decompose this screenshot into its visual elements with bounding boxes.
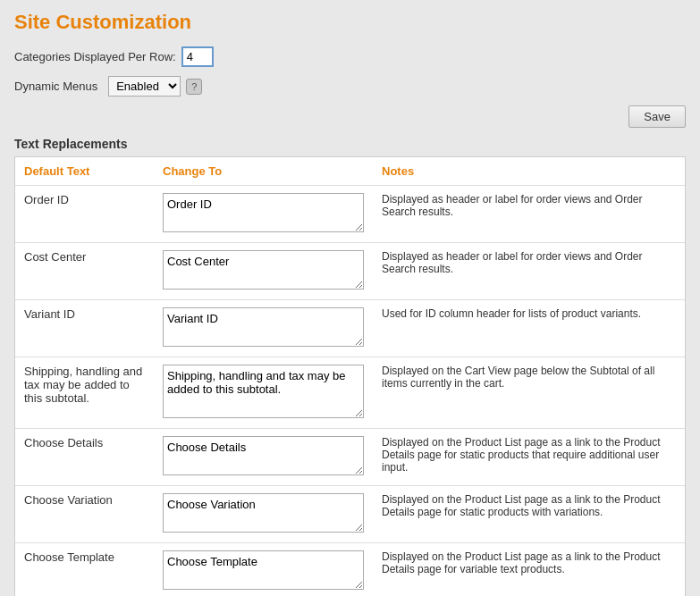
change-to-textarea[interactable]: Choose Details — [163, 436, 364, 475]
table-row: Choose VariationChoose VariationDisplaye… — [15, 486, 685, 543]
change-to-cell: Shipping, handling and tax may be added … — [154, 357, 373, 429]
section-title: Text Replacements — [14, 137, 686, 151]
dynamic-menus-select[interactable]: Enabled Disabled — [108, 76, 181, 97]
change-to-textarea[interactable]: Choose Variation — [163, 493, 364, 533]
categories-row: Categories Displayed Per Row: — [14, 46, 686, 67]
notes-cell: Displayed on the Product List page as a … — [373, 429, 685, 486]
table-row: Shipping, handling and tax may be added … — [15, 357, 685, 429]
page-title: Site Customization — [14, 11, 686, 34]
default-text-cell: Shipping, handling and tax may be added … — [15, 357, 154, 429]
default-text-cell: Variant ID — [15, 300, 154, 357]
table-row: Choose TemplateChoose TemplateDisplayed … — [15, 543, 685, 597]
table-row: Order IDOrder IDDisplayed as header or l… — [15, 186, 685, 243]
notes-cell: Displayed as header or label for order v… — [373, 243, 685, 300]
default-text-cell: Choose Variation — [15, 486, 154, 543]
default-text-cell: Order ID — [15, 186, 154, 243]
col-default-text: Default Text — [15, 157, 154, 186]
default-text-cell: Choose Template — [15, 543, 154, 597]
save-row: Save — [14, 105, 686, 128]
notes-cell: Displayed on the Product List page as a … — [373, 543, 685, 597]
dynamic-menus-label: Dynamic Menus — [14, 80, 97, 93]
change-to-cell: Cost Center — [154, 243, 373, 300]
change-to-cell: Variant ID — [154, 300, 373, 357]
notes-cell: Displayed on the Product List page as a … — [373, 486, 685, 543]
text-replacements-table: Default Text Change To Notes Order IDOrd… — [14, 156, 686, 596]
change-to-cell: Order ID — [154, 186, 373, 243]
change-to-textarea[interactable]: Shipping, handling and tax may be added … — [163, 365, 364, 418]
notes-cell: Displayed as header or label for order v… — [373, 186, 685, 243]
default-text-cell: Choose Details — [15, 429, 154, 486]
change-to-textarea[interactable]: Cost Center — [163, 250, 364, 290]
page-container: Site Customization Categories Displayed … — [0, 0, 700, 596]
notes-cell: Used for ID column header for lists of p… — [373, 300, 685, 357]
help-icon[interactable]: ? — [186, 79, 202, 95]
change-to-textarea[interactable]: Order ID — [163, 193, 364, 232]
col-notes: Notes — [373, 157, 685, 186]
categories-label: Categories Displayed Per Row: — [14, 50, 176, 63]
change-to-textarea[interactable]: Choose Template — [163, 550, 364, 590]
col-change-to: Change To — [154, 157, 373, 186]
table-row: Variant IDVariant IDUsed for ID column h… — [15, 300, 685, 357]
categories-input[interactable] — [181, 46, 214, 67]
notes-cell: Displayed on the Cart View page below th… — [373, 357, 685, 429]
change-to-textarea[interactable]: Variant ID — [163, 307, 364, 347]
save-button[interactable]: Save — [628, 105, 686, 128]
change-to-cell: Choose Variation — [154, 486, 373, 543]
table-row: Cost CenterCost CenterDisplayed as heade… — [15, 243, 685, 300]
dynamic-menus-row: Dynamic Menus Enabled Disabled ? — [14, 76, 686, 97]
default-text-cell: Cost Center — [15, 243, 154, 300]
change-to-cell: Choose Template — [154, 543, 373, 597]
change-to-cell: Choose Details — [154, 429, 373, 486]
table-row: Choose DetailsChoose DetailsDisplayed on… — [15, 429, 685, 486]
table-header-row: Default Text Change To Notes — [15, 157, 685, 186]
